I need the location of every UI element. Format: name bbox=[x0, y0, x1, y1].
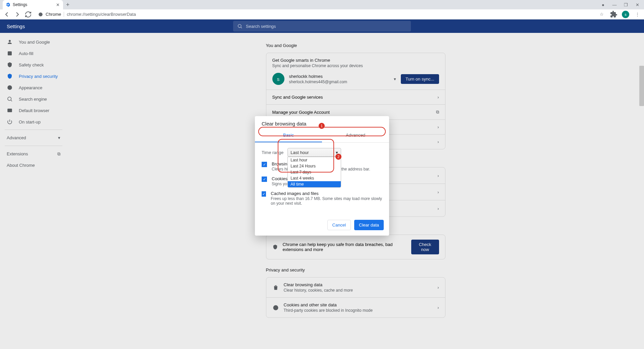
close-icon[interactable]: ✕ bbox=[55, 2, 60, 7]
chevron-down-icon: ▾ bbox=[336, 150, 338, 155]
profile-avatar[interactable]: s bbox=[622, 11, 629, 18]
search-settings-input[interactable]: Search settings bbox=[233, 21, 411, 32]
window-controls: ● — ❐ ✕ bbox=[596, 0, 644, 9]
time-range-select[interactable]: Last hour ▾ Last hour Last 24 Hours Last… bbox=[287, 148, 341, 157]
checkbox-label: Cached images and files bbox=[271, 191, 382, 196]
menu-icon[interactable]: ⋮ bbox=[633, 10, 641, 18]
omnibox-url: chrome://settings/clearBrowserData bbox=[67, 12, 136, 17]
checkbox[interactable]: ✓ bbox=[262, 162, 267, 167]
svg-point-0 bbox=[39, 12, 43, 16]
option-last-7-days[interactable]: Last 7 days bbox=[288, 169, 341, 175]
omnibox[interactable]: Chrome chrome://settings/clearBrowserDat… bbox=[35, 10, 595, 19]
scrollbar-thumb[interactable] bbox=[639, 66, 644, 106]
settings-gear-icon bbox=[5, 2, 11, 7]
window-close-icon[interactable]: ✕ bbox=[634, 1, 641, 8]
search-icon bbox=[237, 23, 243, 29]
back-icon[interactable] bbox=[3, 10, 11, 18]
browser-tab[interactable]: Settings ✕ bbox=[3, 0, 63, 9]
tab-basic[interactable]: Basic bbox=[255, 129, 322, 142]
page-title: Settings bbox=[7, 23, 25, 29]
time-range-label: Time range bbox=[262, 150, 283, 155]
option-last-4-weeks[interactable]: Last 4 weeks bbox=[288, 175, 341, 181]
maximize-icon[interactable]: ❐ bbox=[623, 1, 629, 8]
option-last-24-hours[interactable]: Last 24 Hours bbox=[288, 163, 341, 169]
option-all-time[interactable]: All time bbox=[288, 181, 341, 187]
option-last-hour[interactable]: Last hour bbox=[288, 157, 341, 163]
dialog-tabs: Basic Advanced bbox=[255, 129, 389, 143]
settings-header: Settings Search settings bbox=[0, 19, 644, 33]
checkbox[interactable]: ✓ bbox=[262, 177, 267, 182]
checkbox[interactable]: ✓ bbox=[262, 191, 266, 197]
select-value: Last hour bbox=[290, 150, 309, 155]
checkbox-cached: ✓ Cached images and filesFrees up less t… bbox=[262, 191, 382, 206]
forward-icon[interactable] bbox=[13, 10, 21, 18]
minimize-icon[interactable]: — bbox=[611, 1, 618, 8]
extensions-icon[interactable] bbox=[610, 10, 618, 18]
omnibox-origin: Chrome bbox=[46, 12, 64, 17]
new-tab-button[interactable]: + bbox=[63, 0, 72, 9]
svg-point-1 bbox=[238, 24, 241, 28]
time-range-dropdown: Last hour Last 24 Hours Last 7 days Last… bbox=[287, 157, 341, 188]
reload-icon[interactable] bbox=[24, 10, 32, 18]
search-placeholder: Search settings bbox=[246, 24, 276, 29]
account-dot-icon[interactable]: ● bbox=[600, 1, 606, 8]
cancel-button[interactable]: Cancel bbox=[327, 220, 351, 230]
clear-browsing-data-dialog: Clear browsing data Basic Advanced Time … bbox=[255, 116, 389, 236]
browser-toolbar: Chrome chrome://settings/clearBrowserDat… bbox=[0, 9, 644, 19]
browser-titlebar: Settings ✕ + ● — ❐ ✕ bbox=[0, 0, 644, 9]
star-icon[interactable]: ☆ bbox=[598, 10, 606, 18]
site-info-icon[interactable] bbox=[38, 12, 43, 17]
dialog-title: Clear browsing data bbox=[255, 116, 389, 129]
settings-app: Settings Search settings You and Google … bbox=[0, 19, 644, 349]
clear-data-button[interactable]: Clear data bbox=[354, 220, 384, 230]
tab-title: Settings bbox=[13, 2, 53, 7]
checkbox-sublabel: Frees up less than 16.7 MB. Some sites m… bbox=[271, 196, 382, 206]
tab-advanced[interactable]: Advanced bbox=[322, 129, 389, 142]
